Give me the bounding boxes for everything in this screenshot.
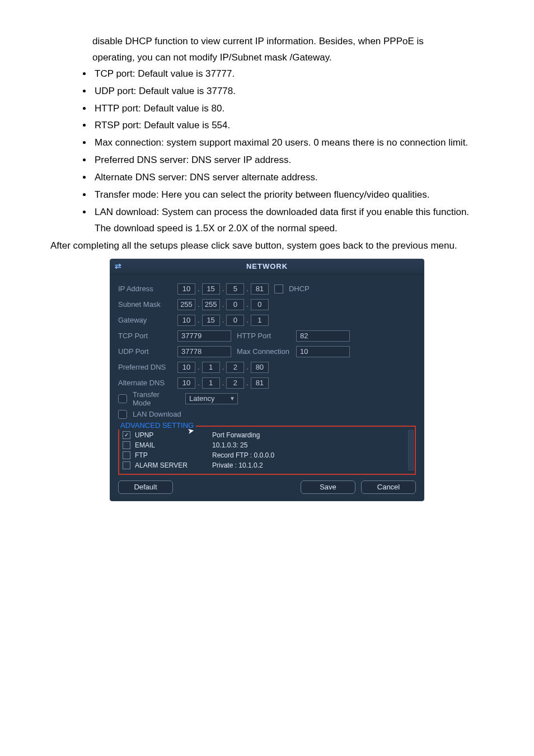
transfer-mode-checkbox[interactable]: [118, 394, 127, 403]
label-http-port: HTTP Port: [237, 332, 291, 340]
save-button[interactable]: Save: [301, 480, 355, 494]
adv-desc: Record FTP : 0.0.0.0: [212, 451, 274, 459]
cancel-button[interactable]: Cancel: [361, 480, 416, 494]
label-ip-address: IP Address: [118, 284, 172, 293]
bullet-item: Transfer mode: Here you can select the p…: [92, 187, 484, 203]
adns-octet-1[interactable]: 10: [177, 377, 195, 389]
pdns-octet-4[interactable]: 80: [251, 362, 269, 373]
pdns-octet-1[interactable]: 10: [177, 362, 195, 373]
label-gateway: Gateway: [118, 316, 172, 324]
gw-octet-2[interactable]: 15: [202, 315, 220, 326]
ip-octet-4[interactable]: 81: [251, 283, 269, 295]
default-button[interactable]: Default: [118, 480, 173, 494]
pdns-octet-3[interactable]: 2: [226, 362, 244, 373]
bullet-item: RTSP port: Default value is 554.: [92, 118, 484, 134]
ip-octet-2[interactable]: 15: [202, 283, 220, 295]
adv-name: UPNP: [135, 431, 208, 439]
ip-octet-3[interactable]: 5: [226, 283, 244, 295]
adv-scrollbar[interactable]: [408, 430, 414, 470]
transfer-mode-value: Latency: [189, 394, 215, 403]
bullet-list: TCP port: Default value is 37777. UDP po…: [50, 66, 484, 237]
network-dialog: ⇄ NETWORK IP Address 10. 15. 5. 81 DHCP: [110, 259, 424, 501]
adv-check-upnp[interactable]: ✓: [123, 431, 130, 439]
dhcp-checkbox[interactable]: [274, 284, 283, 293]
dialog-title: NETWORK: [246, 262, 288, 270]
dialog-titlebar: ⇄ NETWORK: [110, 259, 424, 274]
mask-octet-3[interactable]: 0: [226, 299, 244, 310]
adv-name: EMAIL: [135, 441, 208, 449]
gw-octet-3[interactable]: 0: [226, 315, 244, 326]
closing-paragraph: After completing all the setups please c…: [50, 238, 484, 254]
adv-check-ftp[interactable]: [123, 451, 130, 459]
gw-octet-4[interactable]: 1: [251, 315, 269, 326]
adv-desc: Port Forwarding: [212, 431, 260, 439]
udp-port-input[interactable]: 37778: [177, 346, 231, 357]
adns-octet-4[interactable]: 81: [251, 377, 269, 389]
bullet-item: Max connection: system support maximal 2…: [92, 135, 484, 151]
http-port-input[interactable]: 82: [296, 330, 350, 342]
adv-check-email[interactable]: [123, 441, 130, 449]
adv-check-alarm-server[interactable]: [123, 461, 130, 469]
bullet-item: UDP port: Default value is 37778.: [92, 83, 484, 100]
label-tcp-port: TCP Port: [118, 332, 172, 340]
label-alternate-dns: Alternate DNS: [118, 379, 172, 387]
mask-octet-1[interactable]: 255: [177, 299, 195, 310]
label-transfer-mode: Transfer Mode: [133, 390, 180, 407]
label-preferred-dns: Preferred DNS: [118, 363, 172, 371]
adns-octet-3[interactable]: 2: [226, 377, 244, 389]
bullet-item: LAN download: System can process the dow…: [92, 204, 484, 237]
label-lan-download: LAN Download: [133, 410, 181, 418]
lan-download-checkbox[interactable]: [118, 410, 127, 419]
advanced-setting-box: ADVANCED SETTING ➤ ✓ UPNP Port Forwardin…: [118, 426, 416, 475]
adv-name: FTP: [135, 451, 208, 459]
mask-octet-2[interactable]: 255: [202, 299, 220, 310]
adv-item-email[interactable]: EMAIL 10.1.0.3: 25: [123, 440, 411, 450]
adv-desc: Private : 10.1.0.2: [212, 461, 263, 469]
network-icon: ⇄: [115, 262, 122, 270]
max-connection-input[interactable]: 10: [296, 346, 350, 357]
label-max-connection: Max Connection: [237, 347, 291, 356]
adns-octet-2[interactable]: 1: [202, 377, 220, 389]
label-dhcp: DHCP: [289, 284, 310, 293]
adv-desc: 10.1.0.3: 25: [212, 441, 247, 449]
ip-octet-1[interactable]: 10: [177, 283, 195, 295]
bullet-item: Preferred DNS server: DNS server IP addr…: [92, 152, 484, 169]
gw-octet-1[interactable]: 10: [177, 315, 195, 326]
bullet-item: TCP port: Default value is 37777.: [92, 66, 484, 82]
bullet-item: Alternate DNS server: DNS server alterna…: [92, 170, 484, 186]
adv-item-alarm-server[interactable]: ALARM SERVER Private : 10.1.0.2: [123, 460, 411, 470]
transfer-mode-dropdown[interactable]: Latency ▼: [185, 393, 238, 404]
adv-item-ftp[interactable]: FTP Record FTP : 0.0.0.0: [123, 450, 411, 460]
label-udp-port: UDP Port: [118, 347, 172, 356]
label-subnet-mask: Subnet Mask: [118, 300, 172, 309]
tcp-port-input[interactable]: 37779: [177, 330, 231, 342]
lead-line-1: disable DHCP function to view current IP…: [92, 34, 484, 50]
bullet-item: HTTP port: Default value is 80.: [92, 101, 484, 117]
chevron-down-icon: ▼: [229, 395, 235, 402]
pdns-octet-2[interactable]: 1: [202, 362, 220, 373]
mask-octet-4[interactable]: 0: [251, 299, 269, 310]
adv-name: ALARM SERVER: [135, 461, 208, 469]
lead-line-2: operating, you can not modify IP/Subnet …: [92, 50, 484, 66]
advanced-setting-title: ADVANCED SETTING: [118, 421, 196, 430]
adv-item-upnp[interactable]: ✓ UPNP Port Forwarding: [123, 430, 411, 440]
